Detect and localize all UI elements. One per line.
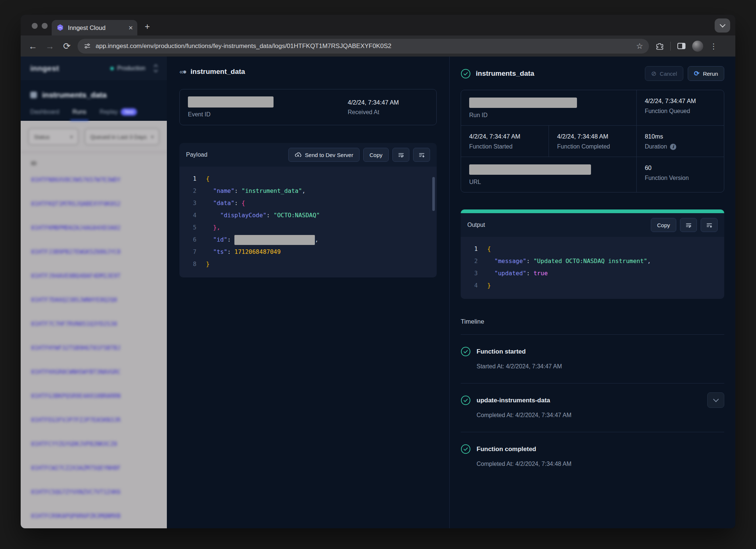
function-tabs: Dashboard Runs Replay New bbox=[21, 99, 167, 121]
code-line: 8} bbox=[179, 258, 437, 270]
profile-avatar[interactable] bbox=[692, 41, 703, 52]
run-id-link[interactable]: 01HTFCW27CZ2X3AZM75QEYNH8F bbox=[21, 456, 167, 480]
id-column-header: ID bbox=[31, 160, 167, 166]
divider bbox=[21, 152, 167, 153]
scroll-to-bottom-button[interactable] bbox=[413, 148, 430, 162]
runs-list-section: Status ▾ Queued in Last 3 Days ▾ ID bbox=[21, 121, 167, 528]
function-queued-label: Function Queued bbox=[645, 108, 716, 115]
timeline-item: Function completed Completed At: 4/2/202… bbox=[461, 432, 724, 481]
environment-selector[interactable]: Production bbox=[110, 65, 158, 72]
check-circle-icon bbox=[461, 69, 471, 79]
timeline-section: Timeline Function started bbox=[461, 318, 724, 481]
side-panel-icon[interactable] bbox=[677, 43, 685, 49]
function-tab[interactable]: Runs bbox=[72, 108, 86, 121]
url-label: URL bbox=[469, 179, 628, 185]
rerun-button[interactable]: ⟳ Rerun bbox=[688, 66, 724, 81]
run-id-link[interactable]: 01HTFG3BKPQSR9E4A910BRARRN bbox=[21, 384, 167, 408]
url-field: URL bbox=[461, 157, 636, 192]
payload-title: Payload bbox=[186, 151, 207, 158]
runs-filters: Status ▾ Queued in Last 3 Days ▾ bbox=[21, 128, 167, 145]
run-id-link[interactable]: 01HTFJ3B9PB27EWGK5Z086JYC8 bbox=[21, 240, 167, 264]
check-circle-icon bbox=[461, 395, 471, 405]
scroll-to-bottom-button[interactable] bbox=[701, 218, 718, 232]
browser-menu-icon[interactable]: ⋮ bbox=[710, 42, 717, 51]
function-started-field: 4/2/24, 7:34:47 AM Function Started bbox=[461, 125, 549, 157]
address-bar[interactable]: app.inngest.com/env/production/functions… bbox=[78, 39, 649, 54]
code-line: 2 "name": "instrument_data", bbox=[179, 185, 437, 197]
browser-tab[interactable]: Inngest Cloud × bbox=[52, 20, 137, 35]
event-id-redacted-value bbox=[188, 96, 274, 108]
back-button[interactable]: ← bbox=[24, 41, 41, 51]
browser-tab-strip: Inngest Cloud × + bbox=[21, 15, 735, 35]
wrap-text-icon bbox=[398, 151, 405, 158]
minimize-window-button[interactable] bbox=[42, 23, 48, 29]
status-filter-dropdown[interactable]: Status ▾ bbox=[28, 128, 79, 145]
output-code[interactable]: 1{2 "message": "Updated OCTO:NASDAQ inst… bbox=[461, 237, 724, 299]
inngest-logo[interactable]: inngest bbox=[30, 64, 59, 73]
function-tab[interactable]: Dashboard bbox=[30, 108, 59, 121]
redacted-inline-value bbox=[234, 235, 315, 245]
sidebar-top-nav: inngest Production bbox=[21, 57, 167, 80]
event-panel: «● instrument_data Event ID 4/2/24, 7:34… bbox=[167, 57, 450, 528]
run-id-link[interactable]: 01HTFCYYZGYGDKJVP82NKXCZ0 bbox=[21, 432, 167, 456]
function-completed-label: Function Completed bbox=[557, 143, 628, 150]
caret-down-icon: ▾ bbox=[151, 134, 154, 140]
expand-step-button[interactable] bbox=[707, 392, 724, 408]
bookmark-star-icon[interactable]: ☆ bbox=[636, 42, 643, 51]
copy-payload-button[interactable]: Copy bbox=[363, 148, 389, 162]
scrollbar-thumb[interactable] bbox=[432, 177, 435, 211]
run-details-card: Run ID 4/2/24, 7:34:47 AM Function Queue… bbox=[461, 90, 724, 192]
run-id-link[interactable]: 01HTFKMBPMD0ZAJ4AG04XD3A02 bbox=[21, 216, 167, 240]
wrap-text-icon bbox=[685, 222, 692, 229]
wrap-text-button[interactable] bbox=[392, 148, 409, 162]
run-id-link[interactable]: 01HTF7DA6Q238SJWNHYE8Q2Q0 bbox=[21, 288, 167, 312]
timeline-item-timestamp: Completed At: 4/2/2024, 7:34:47 AM bbox=[477, 412, 724, 419]
site-settings-icon[interactable] bbox=[83, 42, 91, 50]
run-id-link[interactable]: 01HTFKQT1M7RSJQABEXYF0K0S2 bbox=[21, 192, 167, 216]
lines-arrow-down-icon bbox=[706, 222, 713, 229]
run-id-field: Run ID bbox=[461, 90, 636, 125]
run-id-link[interactable]: 01HTFJ94AVE0BQ48AF4DM13E9T bbox=[21, 264, 167, 288]
success-status-bar bbox=[461, 209, 724, 213]
run-id-link[interactable]: 01HTFC5QG7ZYVXNZVC7VT1Z4K6 bbox=[21, 480, 167, 504]
close-tab-icon[interactable]: × bbox=[128, 24, 133, 31]
run-id-list: 01HTFN86XV8CXWS7657W7E3WDY01HTFKQT1M7RSJ… bbox=[21, 168, 167, 528]
run-id-link[interactable]: 01HTFHXGR0CWNHSWYBT3NAVGRC bbox=[21, 360, 167, 384]
close-window-button[interactable] bbox=[32, 23, 38, 29]
new-tab-button[interactable]: + bbox=[145, 22, 150, 31]
function-queued-value: 4/2/24, 7:34:47 AM bbox=[645, 98, 716, 105]
function-tab[interactable]: Replay New bbox=[100, 108, 137, 121]
run-id-link[interactable]: 01HTF7C7HF7RVN051Q3YD2S30 bbox=[21, 312, 167, 336]
copy-output-button[interactable]: Copy bbox=[651, 218, 676, 232]
function-version-value: 60 bbox=[645, 164, 716, 171]
run-id-link[interactable]: 01HTFCR9KAPQP0R6PZK3MQNMXB bbox=[21, 504, 167, 528]
run-id-link[interactable]: 01HTFHYWF32TSB9HGT01F5BTBJ bbox=[21, 336, 167, 360]
run-title: instruments_data bbox=[476, 69, 534, 78]
run-id-link[interactable]: 01HTFEG3FVJP7FZJP7EA5KN3JR bbox=[21, 408, 167, 432]
tab-search-button[interactable] bbox=[715, 18, 730, 33]
forward-button[interactable]: → bbox=[41, 41, 58, 51]
event-id-label: Event ID bbox=[188, 111, 348, 118]
run-header: instruments_data ⊘ Cancel ⟳ Rerun bbox=[461, 66, 724, 81]
browser-window: Inngest Cloud × + ← → ⟳ app.inngest.com/… bbox=[21, 15, 735, 528]
info-icon[interactable]: i bbox=[670, 144, 676, 150]
timeline-item-title: Function completed bbox=[477, 446, 536, 453]
run-id-link[interactable]: 01HTFN86XV8CXWS7657W7E3WDY bbox=[21, 168, 167, 192]
event-header: «● instrument_data bbox=[179, 68, 437, 76]
wrap-text-button[interactable] bbox=[680, 218, 697, 232]
function-queued-field: 4/2/24, 7:34:47 AM Function Queued bbox=[636, 90, 724, 125]
cancel-button[interactable]: ⊘ Cancel bbox=[645, 66, 683, 81]
payload-code[interactable]: 1{2 "name": "instrument_data",3 "data": … bbox=[179, 167, 437, 277]
payload-card: Payload Send to Dev Server Copy bbox=[179, 143, 437, 277]
url-text[interactable]: app.inngest.com/env/production/functions… bbox=[96, 42, 632, 50]
function-name: instruments_data bbox=[42, 91, 107, 99]
reload-button[interactable]: ⟳ bbox=[58, 41, 75, 51]
send-to-dev-server-button[interactable]: Send to Dev Server bbox=[288, 148, 360, 162]
date-filter-dropdown[interactable]: Queued in Last 3 Days ▾ bbox=[85, 128, 159, 145]
cancel-icon: ⊘ bbox=[651, 70, 656, 78]
caret-down-icon: ▾ bbox=[70, 134, 73, 140]
timeline-item-title: Function started bbox=[477, 348, 526, 355]
desktop: Inngest Cloud × + ← → ⟳ app.inngest.com/… bbox=[0, 0, 756, 549]
event-id-card: Event ID 4/2/24, 7:34:47 AM Received At bbox=[179, 89, 437, 125]
extensions-icon[interactable] bbox=[656, 42, 664, 50]
